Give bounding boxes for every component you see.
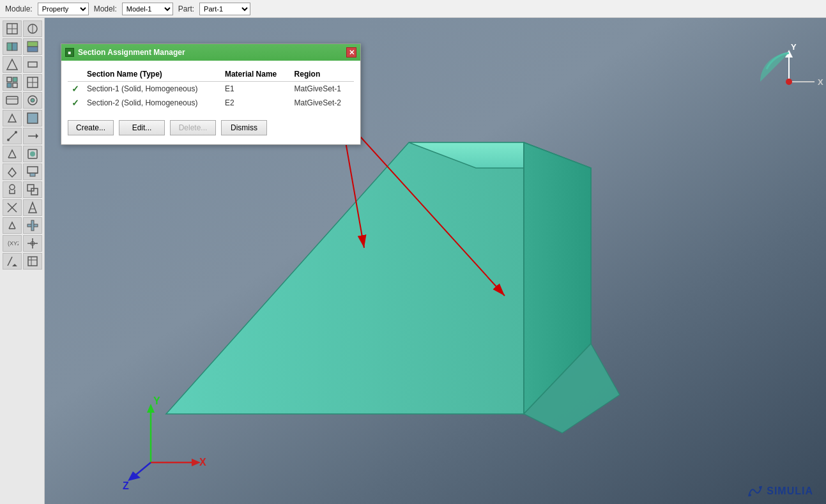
table-header-check [68, 67, 83, 82]
simulia-logo: SIMULIA [747, 485, 813, 498]
sidebar-row-14 [3, 253, 42, 270]
svg-line-22 [8, 132, 16, 140]
svg-marker-10 [28, 62, 37, 67]
sidebar-row-11 [3, 199, 42, 216]
svg-point-29 [30, 151, 35, 157]
simulia-text: SIMULIA [767, 485, 813, 497]
svg-rect-7 [27, 42, 38, 47]
row2-section: Section-2 (Solid, Homogeneous) [83, 96, 221, 110]
svg-rect-21 [27, 113, 38, 123]
row2-region: MatGiveSet-2 [291, 96, 354, 110]
module-label: Module: [5, 4, 33, 13]
svg-text:X: X [199, 457, 206, 468]
dialog-table: Section Name (Type) Material Name Region… [68, 67, 354, 110]
sidebar-row-4 [3, 74, 42, 91]
sidebar-row-8 [3, 146, 42, 162]
svg-rect-13 [7, 83, 11, 88]
sidebar-icon-5[interactable] [3, 56, 22, 73]
sidebar-row-5 [3, 92, 42, 109]
sidebar-icon-19[interactable] [3, 181, 22, 198]
table-row[interactable]: ✓ Section-2 (Solid, Homogeneous) E2 MatG… [68, 96, 354, 110]
dialog-close-button[interactable]: ✕ [346, 47, 356, 57]
sidebar-icon-8[interactable] [23, 74, 42, 91]
sidebar-icon-17[interactable] [3, 164, 22, 180]
sidebar-icon-20[interactable] [23, 181, 42, 198]
sidebar-icon-24[interactable] [23, 217, 42, 234]
svg-rect-32 [30, 173, 35, 176]
sidebar-row-3 [3, 56, 42, 73]
delete-button[interactable]: Delete... [170, 120, 216, 135]
svg-text:Z: Z [123, 480, 129, 491]
edit-button[interactable]: Edit... [119, 120, 165, 135]
svg-rect-5 [7, 43, 12, 50]
sidebar-icon-21[interactable] [3, 199, 22, 216]
create-button[interactable]: Create... [68, 120, 114, 135]
row2-material: E2 [221, 96, 291, 110]
svg-rect-42 [31, 220, 34, 231]
sidebar-icon-9[interactable] [3, 92, 22, 109]
dismiss-button[interactable]: Dismiss [221, 120, 267, 135]
svg-text:Y: Y [153, 395, 160, 406]
table-header-region: Region [291, 67, 354, 82]
svg-point-33 [10, 185, 15, 190]
sidebar-icon-18[interactable] [23, 164, 42, 180]
svg-rect-12 [13, 77, 17, 82]
top-toolbar: Module: Property Model: Model-1 Part: Pa… [0, 0, 826, 18]
table-header-section: Section Name (Type) [83, 67, 221, 82]
sidebar-icon-10[interactable] [23, 92, 42, 109]
part-select[interactable]: Part-1 [199, 3, 250, 15]
svg-marker-20 [8, 114, 16, 122]
dialog-title-text: Section Assignment Manager [78, 48, 185, 57]
dialog-buttons: Create... Edit... Delete... Dismiss [68, 118, 354, 138]
table-row[interactable]: ✓ Section-1 (Solid, Homogeneous) E1 MatG… [68, 82, 354, 96]
svg-text:X: X [818, 77, 823, 87]
svg-text:(XYZ): (XYZ) [8, 240, 19, 247]
row1-section: Section-1 (Solid, Homogeneous) [83, 82, 221, 96]
svg-point-75 [749, 494, 751, 496]
svg-marker-9 [7, 59, 17, 70]
sidebar-icon-16[interactable] [23, 146, 42, 162]
sidebar-row-2 [3, 38, 42, 55]
svg-marker-38 [29, 202, 36, 213]
sidebar-icon-7[interactable] [3, 74, 22, 91]
sidebar-icon-4[interactable] [23, 38, 42, 55]
svg-point-23 [7, 139, 10, 141]
table-header-material: Material Name [221, 67, 291, 82]
sidebar-icon-1[interactable] [3, 20, 22, 37]
dialog-table-body: ✓ Section-1 (Solid, Homogeneous) E1 MatG… [68, 82, 354, 111]
sidebar-icon-27[interactable] [3, 253, 22, 270]
sidebar-icon-28[interactable] [23, 253, 42, 270]
model-select[interactable]: Model-1 [122, 3, 173, 15]
dialog-titlebar[interactable]: ■ Section Assignment Manager ✕ [61, 44, 360, 61]
dialog-table-header: Section Name (Type) Material Name Region [68, 67, 354, 82]
svg-marker-26 [36, 134, 38, 139]
sidebar-icon-11[interactable] [3, 110, 22, 126]
sidebar-icon-6[interactable] [23, 56, 42, 73]
sidebar-icon-3[interactable] [3, 38, 22, 55]
module-select[interactable]: Property [38, 3, 89, 15]
row2-check: ✓ [72, 98, 79, 108]
sidebar-icon-13[interactable] [3, 128, 22, 144]
dialog-title-left: ■ Section Assignment Manager [65, 48, 185, 57]
sidebar-icon-12[interactable] [23, 110, 42, 126]
svg-rect-14 [13, 83, 17, 88]
sidebar-icon-22[interactable] [23, 199, 42, 216]
sidebar-icon-26[interactable] [23, 235, 42, 252]
section-assignment-dialog: ■ Section Assignment Manager ✕ Section N… [61, 43, 361, 145]
sidebar-icon-14[interactable] [23, 128, 42, 144]
svg-marker-48 [12, 264, 17, 266]
sidebar-icon-2[interactable] [23, 20, 42, 37]
svg-rect-11 [7, 77, 11, 82]
row1-material: E1 [221, 82, 291, 96]
svg-point-24 [15, 131, 17, 134]
sidebar-icon-23[interactable] [3, 217, 22, 234]
svg-rect-6 [12, 43, 17, 50]
dialog-title-icon: ■ [65, 48, 74, 57]
sidebar-icon-15[interactable] [3, 146, 22, 162]
left-sidebar: (XYZ) [0, 18, 45, 504]
sidebar-row-7 [3, 128, 42, 144]
sidebar-icon-25[interactable]: (XYZ) [3, 235, 22, 252]
svg-point-76 [759, 486, 761, 489]
svg-point-19 [31, 98, 34, 102]
sidebar-row-10 [3, 181, 42, 198]
